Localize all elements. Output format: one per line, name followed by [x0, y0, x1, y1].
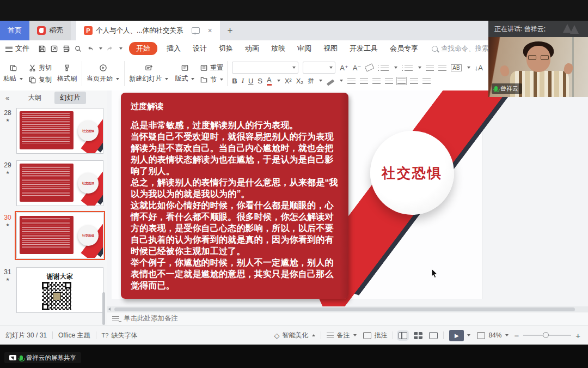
tab-outline[interactable]: 大纲	[22, 92, 47, 104]
font-size-combobox[interactable]	[303, 62, 335, 74]
redo-icon[interactable]	[106, 45, 114, 53]
play-options-caret[interactable]	[467, 334, 470, 336]
zoom-slider[interactable]	[523, 335, 571, 336]
distribute-icon[interactable]	[397, 78, 406, 84]
bullet-list-icon[interactable]	[381, 65, 389, 71]
increase-indent-icon[interactable]	[438, 65, 446, 71]
undo-icon[interactable]	[86, 45, 94, 53]
font-family-combobox[interactable]	[232, 62, 298, 74]
tab-docer[interactable]: 稻壳	[29, 21, 71, 40]
strikethrough-icon[interactable]: S	[258, 77, 262, 85]
highlight-pen-icon[interactable]	[327, 79, 334, 86]
zoom-level[interactable]: 84%	[488, 331, 509, 339]
theme-name[interactable]: Office 主题	[58, 331, 90, 340]
bold-icon[interactable]: B	[232, 77, 237, 85]
play-from-current-button[interactable]: 当页开始	[83, 57, 122, 91]
menu-item-slideshow[interactable]: 放映	[265, 44, 291, 53]
reset-button[interactable]: 重置	[200, 63, 223, 73]
zoom-in-button[interactable]: +	[575, 331, 580, 340]
tab-home[interactable]: 首页	[0, 21, 29, 40]
new-tab-button[interactable]: +	[220, 21, 241, 40]
section-button[interactable]: 节	[200, 75, 223, 85]
cut-button[interactable]: 剪切	[28, 63, 52, 73]
pinyin-guide-icon[interactable]: 拼	[308, 77, 314, 85]
paragraph-spacing-icon[interactable]	[422, 78, 431, 84]
save-icon[interactable]	[38, 45, 46, 53]
screen-share-indicator[interactable]: 曾祥云的屏幕共享	[4, 352, 81, 363]
horizontal-scroll-thumb[interactable]	[114, 307, 575, 311]
panel-scrollbar[interactable]	[102, 292, 105, 325]
menu-item-home[interactable]: 开始	[129, 42, 157, 55]
undo-dropdown-caret[interactable]	[99, 47, 102, 50]
layout-button[interactable]: 版式	[171, 57, 198, 91]
menu-item-animation[interactable]: 动画	[239, 44, 265, 53]
share-mic-icon	[20, 355, 23, 360]
superscript-icon[interactable]: X²	[285, 77, 292, 85]
find-icon[interactable]	[74, 45, 82, 53]
menu-item-insert[interactable]: 插入	[161, 44, 187, 53]
format-painter-button[interactable]: 格式刷	[54, 57, 80, 91]
slide-sorter-view-button[interactable]	[414, 332, 422, 339]
menu-item-devtools[interactable]: 开发工具	[344, 44, 384, 53]
horizontal-scrollbar[interactable]	[107, 306, 588, 312]
line-spacing-icon[interactable]	[410, 78, 418, 84]
decrease-font-icon[interactable]: A⁻	[353, 64, 362, 72]
slide-thumbnail-31[interactable]: 谢谢大家	[16, 267, 103, 313]
comments-button[interactable]: 批注	[363, 331, 387, 340]
reading-view-button[interactable]	[429, 332, 438, 339]
tab-slides[interactable]: 幻灯片	[54, 92, 86, 104]
slide-thumbnail-30-selected[interactable]: 社交恐惧	[16, 213, 103, 258]
menu-item-member[interactable]: 会员专享	[384, 44, 424, 53]
mouse-cursor	[431, 268, 438, 279]
toolbar-collapse-caret[interactable]	[119, 47, 122, 50]
align-center-icon[interactable]	[360, 78, 368, 84]
justify-icon[interactable]	[385, 78, 393, 84]
italic-icon[interactable]: I	[242, 76, 244, 85]
collapse-panel-button[interactable]: «	[0, 94, 15, 102]
char-spacing-icon[interactable]: AB	[451, 64, 461, 71]
close-tab-icon[interactable]: ×	[207, 26, 212, 35]
subscript-icon[interactable]: X₂	[296, 77, 304, 85]
paste-button[interactable]: 粘贴	[0, 57, 26, 91]
text-direction-icon[interactable]: ↓A	[475, 64, 483, 72]
slide-thumbnail-28[interactable]: 社交恐惧	[16, 108, 103, 154]
slide-canvas[interactable]: 过度解读 总是非常敏感，过度解读别人的行为表现。 当怀疑自己不受欢迎时，就很容易…	[107, 91, 588, 306]
pin-tab-icon[interactable]	[192, 27, 200, 34]
scroll-left-arrow[interactable]	[108, 307, 111, 311]
copy-button[interactable]: 复制	[28, 75, 52, 85]
align-right-icon[interactable]	[372, 78, 381, 84]
align-left-icon[interactable]	[347, 78, 356, 84]
normal-view-button[interactable]	[399, 332, 407, 339]
format-painter-icon	[63, 64, 71, 72]
tab-document[interactable]: P 个人与个人、...体的社交关系 ×	[76, 21, 220, 40]
webcam-video[interactable]: 曾祥云	[488, 37, 588, 97]
slide-thumbnail-29[interactable]: 社交恐惧	[16, 160, 103, 206]
badge-circle[interactable]: 社交恐惧	[370, 131, 454, 215]
clear-format-icon[interactable]	[365, 63, 375, 71]
copy-icon	[28, 76, 36, 84]
underline-icon[interactable]: U	[248, 77, 253, 85]
export-icon[interactable]	[50, 45, 58, 53]
print-icon[interactable]	[62, 45, 70, 53]
decrease-indent-icon[interactable]	[426, 65, 434, 71]
numbered-list-icon[interactable]	[405, 65, 413, 71]
file-menu-button[interactable]: 文件	[0, 44, 35, 53]
new-slide-button[interactable]: 新建幻灯片	[126, 57, 171, 91]
zoom-slider-knob[interactable]	[543, 332, 549, 338]
zoom-out-button[interactable]: −	[514, 331, 519, 340]
menu-item-view[interactable]: 视图	[317, 44, 344, 53]
thumb-badge-circle: 社交恐惧	[78, 173, 99, 194]
menu-item-transition[interactable]: 切换	[213, 44, 239, 53]
font-color-icon[interactable]: A	[267, 76, 272, 86]
slideshow-play-button[interactable]: ▶	[449, 330, 464, 341]
notes-toggle-button[interactable]: 备注	[327, 331, 357, 340]
increase-font-icon[interactable]: A⁺	[340, 64, 348, 72]
menu-item-design[interactable]: 设计	[187, 44, 213, 53]
smart-beautify-button[interactable]: ◇ 智能美化	[274, 331, 315, 340]
missing-font-button[interactable]: T? 缺失字体	[102, 331, 138, 340]
fit-slide-icon[interactable]	[477, 332, 485, 339]
notes-bar[interactable]: 单击此处添加备注	[107, 312, 588, 325]
cut-icon	[28, 64, 36, 72]
slide-text-box[interactable]: 过度解读 总是非常敏感，过度解读别人的行为表现。 当怀疑自己不受欢迎时，就很容易…	[121, 93, 348, 299]
menu-item-review[interactable]: 审阅	[291, 44, 317, 53]
